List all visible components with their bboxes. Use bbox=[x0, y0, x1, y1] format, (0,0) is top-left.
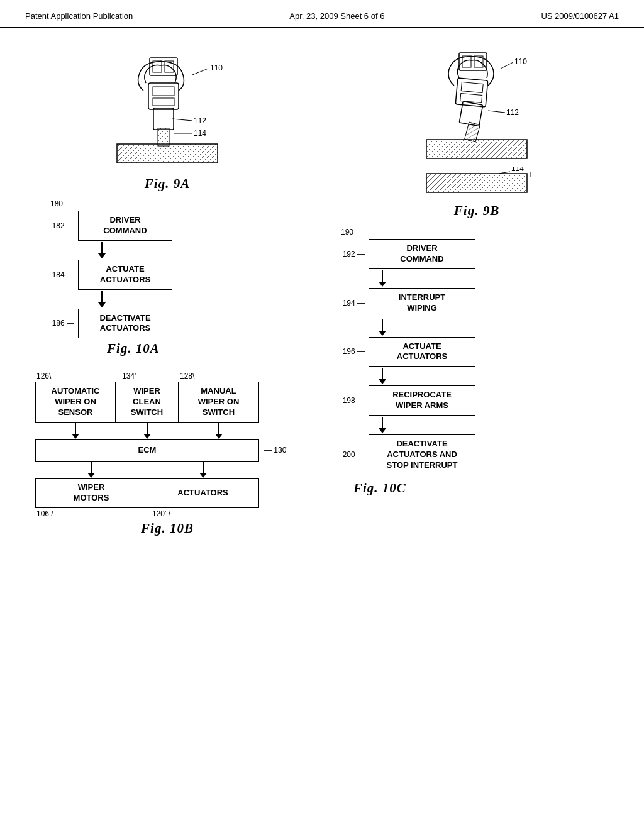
fig10c-label: Fig. 10C bbox=[322, 480, 406, 496]
fig10b-bottom-refs: 106 / 120' / bbox=[35, 509, 312, 518]
header-left: Patent Application Publication bbox=[25, 11, 133, 21]
svg-rect-2 bbox=[158, 128, 169, 146]
flow10b-wiper-motors: WIPER MOTORS bbox=[35, 478, 147, 508]
svg-line-24 bbox=[488, 111, 505, 113]
fig10a-container: 180 182 — DRIVERCOMMAND 184 — ACTUATEACT… bbox=[13, 199, 322, 338]
fig10b-ref-126: 126\ bbox=[35, 372, 117, 380]
page-header: Patent Application Publication Apr. 23, … bbox=[0, 0, 644, 28]
flow10a-box-184: ACTUATEACTUATORS bbox=[78, 260, 172, 290]
fig9b-ref112: 112 bbox=[506, 108, 519, 117]
flow10c-box-196: ACTUATEACTUATORS bbox=[369, 337, 475, 367]
arrow1 bbox=[98, 242, 106, 258]
flow10c-step3-row: 196 — ACTUATEACTUATORS bbox=[341, 337, 475, 367]
fig10b-top-boxes: AUTOMATIC WIPER ON SENSOR WIPER CLEAN SW… bbox=[35, 382, 312, 423]
flow10b-box-manual: MANUAL WIPER ON SWITCH bbox=[179, 382, 259, 423]
fig10b-bottom-boxes: WIPER MOTORS ACTUATORS bbox=[35, 478, 312, 508]
fig9a-ref112: 112 bbox=[194, 116, 206, 125]
header-center: Apr. 23, 2009 Sheet 6 of 6 bbox=[289, 11, 384, 21]
svg-line-10 bbox=[192, 69, 208, 75]
flow10b-actuators: ACTUATORS bbox=[147, 478, 259, 508]
svg-rect-18 bbox=[461, 82, 483, 93]
svg-line-23 bbox=[501, 62, 513, 69]
flow10c-step1-row: 192 — DRIVERCOMMAND bbox=[341, 239, 475, 269]
fig10b-ref-120: 120' / bbox=[147, 509, 259, 518]
fig10b-ecm-row: ECM — 130' bbox=[35, 439, 312, 462]
svg-line-11 bbox=[172, 119, 192, 121]
svg-rect-14 bbox=[426, 140, 527, 158]
svg-rect-3 bbox=[153, 108, 174, 130]
fig9a-ref110: 110 bbox=[210, 64, 223, 72]
fig9b-svg: 110 112 bbox=[408, 40, 546, 166]
arrow10c-1 bbox=[379, 270, 386, 287]
right-column: 110 112 114 bbox=[322, 34, 631, 814]
flow10a-ref-184: 184 — bbox=[50, 270, 74, 279]
fig10c-ref-main: 190 bbox=[341, 228, 353, 236]
flow10c-box-200: DEACTIVATEACTUATORS ANDSTOP INTERRUPT bbox=[369, 434, 475, 475]
arrow10c-2 bbox=[379, 319, 386, 336]
flow10b-ecm: ECM bbox=[35, 439, 259, 462]
flow10b-box-wiper: WIPER CLEAN SWITCH bbox=[116, 382, 179, 423]
main-content: 110 112 114 Fig. 9A 180 182 — DRIVERCOMM… bbox=[0, 28, 644, 820]
flow10c-step4-row: 198 — RECIPROCATEWIPER ARMS bbox=[341, 385, 475, 416]
flow10c-ref-200: 200 — bbox=[341, 450, 365, 459]
flow10a-ref-186: 186 — bbox=[50, 319, 74, 328]
flow10c-ref-198: 198 — bbox=[341, 396, 365, 405]
svg-rect-7 bbox=[150, 58, 177, 75]
svg-rect-17 bbox=[455, 78, 487, 107]
arrow10c-4 bbox=[379, 417, 386, 433]
flow10a-step2-row: 184 — ACTUATEACTUATORS bbox=[50, 260, 172, 290]
flow10b-box-auto: AUTOMATIC WIPER ON SENSOR bbox=[35, 382, 116, 423]
fig10b-ref-134: 134' bbox=[117, 372, 180, 380]
flow10c-box-194: INTERRUPTWIPING bbox=[369, 288, 475, 318]
svg-rect-26 bbox=[426, 174, 527, 192]
fig10b-ref-130: — 130' bbox=[264, 446, 288, 455]
arrow10c-3 bbox=[379, 368, 386, 384]
fig10b-label: Fig. 10B bbox=[141, 521, 194, 536]
svg-rect-19 bbox=[460, 94, 482, 103]
fig9b-ref114: 114 bbox=[511, 167, 524, 173]
flow10c-ref-192: 192 — bbox=[341, 250, 365, 258]
flow10c-box-198: RECIPROCATEWIPER ARMS bbox=[369, 385, 475, 416]
flow10c-step2-row: 194 — INTERRUPTWIPING bbox=[341, 288, 475, 318]
fig10b-top-refs: 126\ 134' 128\ bbox=[35, 372, 312, 380]
fig10b-arrows-down bbox=[35, 423, 312, 439]
left-column: 110 112 114 Fig. 9A 180 182 — DRIVERCOMM… bbox=[13, 34, 322, 814]
svg-rect-8 bbox=[153, 61, 162, 72]
arrow2 bbox=[98, 291, 106, 307]
flow10a-box-182: DRIVERCOMMAND bbox=[78, 211, 172, 241]
fig10c-container: 190 192 — DRIVERCOMMAND 194 — INTERRUPTW… bbox=[322, 228, 631, 475]
flow10c-ref-196: 196 — bbox=[341, 347, 365, 356]
flow10a-box-186: DEACTIVATEACTUATORS bbox=[78, 309, 172, 339]
fig9a-ref114: 114 bbox=[194, 129, 206, 138]
fig10b-arrows-down2 bbox=[35, 462, 312, 478]
fig10b-ref-106: 106 / bbox=[35, 509, 147, 518]
fig9a-label: Fig. 9A bbox=[145, 176, 190, 192]
fig10a-ref-main: 180 bbox=[50, 199, 63, 208]
fig10b-ref-128: 128\ bbox=[180, 372, 255, 380]
svg-rect-6 bbox=[153, 98, 174, 106]
fig9b-ref110: 110 bbox=[514, 57, 527, 66]
fig10b-container: 126\ 134' 128\ AUTOMATIC WIPER ON SENSOR… bbox=[23, 372, 312, 518]
fig9a-diagram: 110 112 114 bbox=[98, 40, 236, 172]
flow10a-step3-row: 186 — DEACTIVATEACTUATORS bbox=[50, 309, 172, 339]
fig9a-svg: 110 112 114 bbox=[98, 40, 236, 172]
flow10c-box-192: DRIVERCOMMAND bbox=[369, 239, 475, 269]
fig10a-label: Fig. 10A bbox=[50, 341, 160, 357]
fig9b-label: Fig. 9B bbox=[454, 203, 499, 219]
svg-rect-1 bbox=[117, 144, 218, 163]
svg-rect-5 bbox=[153, 87, 174, 96]
flow10c-ref-194: 194 — bbox=[341, 299, 365, 307]
fig9b-diagram: 110 112 bbox=[408, 40, 546, 166]
flow10c-step5-row: 200 — DEACTIVATEACTUATORS ANDSTOP INTERR… bbox=[341, 434, 475, 475]
flow10a-step1-row: 182 — DRIVERCOMMAND bbox=[50, 211, 172, 241]
flow10a-ref-182: 182 — bbox=[50, 221, 74, 230]
header-right: US 2009/0100627 A1 bbox=[541, 11, 619, 21]
fig9b-ref114-row: 114 bbox=[408, 167, 546, 201]
